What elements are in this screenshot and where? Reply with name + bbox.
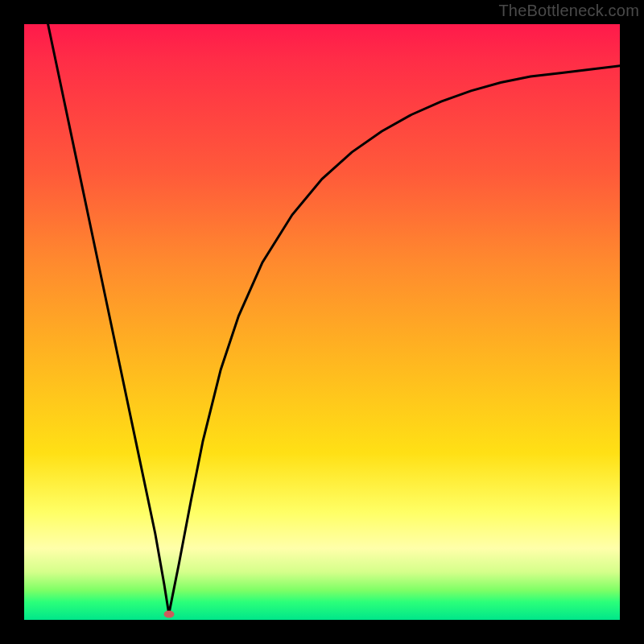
plot-area (24, 24, 620, 620)
curve-left-segment (48, 24, 169, 614)
curve-svg (24, 24, 620, 620)
curve-right-segment (169, 66, 620, 614)
minimum-marker (163, 610, 174, 617)
watermark-text: TheBottleneck.com (498, 2, 639, 20)
chart-frame (0, 0, 644, 644)
